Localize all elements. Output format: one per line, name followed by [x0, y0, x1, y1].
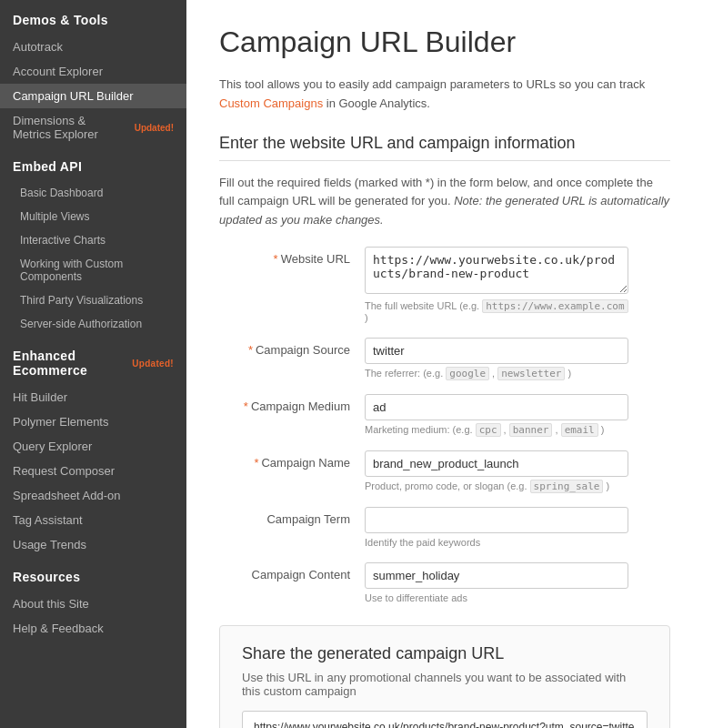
- sidebar-item-query-explorer[interactable]: Query Explorer: [0, 434, 186, 459]
- label-website-url: *Website URL: [219, 247, 365, 266]
- sidebar-item-custom-components[interactable]: Working with Custom Components: [0, 252, 186, 288]
- form-instructions: Fill out the required fields (marked wit…: [219, 174, 670, 230]
- field-row-website-url: *Website URL https://www.yourwebsite.co.…: [219, 247, 670, 323]
- campaign-medium-input[interactable]: [365, 394, 628, 420]
- dimensions-label: Dimensions & Metrics Explorer: [13, 114, 127, 141]
- sidebar-item-account-explorer[interactable]: Account Explorer: [0, 59, 186, 84]
- label-campaign-medium: *Campaign Medium: [219, 394, 365, 413]
- ecommerce-title: Enhanced Ecommerce: [13, 349, 123, 378]
- required-star-name: *: [254, 456, 258, 470]
- label-campaign-content: Campaign Content: [219, 562, 365, 581]
- field-row-campaign-name: *Campaign Name Product, promo code, or s…: [219, 450, 670, 492]
- hint-source: The referrer: (e.g. google , newsletter …: [365, 368, 628, 379]
- field-row-campaign-medium: *Campaign Medium Marketing medium: (e.g.…: [219, 394, 670, 436]
- required-star: *: [274, 252, 278, 266]
- campaign-source-input[interactable]: [365, 338, 628, 364]
- sidebar-item-campaign-url-builder[interactable]: Campaign URL Builder: [0, 84, 186, 108]
- hint-name: Product, promo code, or slogan (e.g. spr…: [365, 480, 628, 492]
- sidebar-section-ecommerce: Enhanced Ecommerce Updated!: [0, 336, 186, 385]
- sidebar-item-third-party[interactable]: Third Party Visualizations: [0, 288, 186, 312]
- field-row-campaign-term: Campaign Term Identify the paid keywords: [219, 507, 670, 548]
- input-col-campaign-source: The referrer: (e.g. google , newsletter …: [365, 338, 670, 379]
- sidebar-item-request-composer[interactable]: Request Composer: [0, 459, 186, 483]
- website-url-input[interactable]: https://www.yourwebsite.co.uk/products/b…: [365, 247, 628, 294]
- sidebar-item-interactive-charts[interactable]: Interactive Charts: [0, 228, 186, 252]
- sidebar-section-embed: Embed API: [0, 147, 186, 181]
- sidebar-item-multiple-views[interactable]: Multiple Views: [0, 205, 186, 228]
- section-heading: Enter the website URL and campaign infor…: [219, 134, 670, 161]
- field-row-campaign-content: Campaign Content Use to differentiate ad…: [219, 562, 670, 603]
- campaign-term-input[interactable]: [365, 507, 628, 533]
- campaign-content-input[interactable]: [365, 562, 628, 589]
- sidebar-item-autotrack[interactable]: Autotrack: [0, 35, 186, 59]
- custom-campaigns-link[interactable]: Custom Campaigns: [219, 96, 323, 110]
- required-star-medium: *: [244, 399, 248, 413]
- share-box: Share the generated campaign URL Use thi…: [219, 625, 670, 728]
- input-col-campaign-medium: Marketing medium: (e.g. cpc , banner , e…: [365, 394, 670, 436]
- ecommerce-updated-badge: Updated!: [132, 359, 174, 369]
- generated-url: https://www.yourwebsite.co.uk/products/b…: [242, 711, 648, 728]
- sidebar-item-polymer[interactable]: Polymer Elements: [0, 410, 186, 434]
- sidebar-item-about[interactable]: About this Site: [0, 592, 186, 616]
- sidebar-item-help[interactable]: Help & Feedback: [0, 616, 186, 641]
- hint-content: Use to differentiate ads: [365, 592, 628, 603]
- updated-badge: Updated!: [135, 123, 174, 133]
- intro-text-2: in Google Analytics.: [323, 96, 430, 110]
- sidebar-section-resources: Resources: [0, 557, 186, 592]
- share-description: Use this URL in any promotional channels…: [242, 671, 648, 698]
- required-star-source: *: [248, 343, 253, 357]
- hint-medium: Marketing medium: (e.g. cpc , banner , e…: [365, 424, 628, 436]
- page-title: Campaign URL Builder: [219, 25, 670, 59]
- input-col-campaign-content: Use to differentiate ads: [365, 562, 670, 603]
- sidebar: Demos & Tools Autotrack Account Explorer…: [0, 0, 186, 728]
- main-content: Campaign URL Builder This tool allows yo…: [186, 0, 703, 728]
- field-row-campaign-source: *Campaign Source The referrer: (e.g. goo…: [219, 338, 670, 379]
- hint-term: Identify the paid keywords: [365, 537, 628, 548]
- sidebar-item-spreadsheet[interactable]: Spreadsheet Add-on: [0, 483, 186, 508]
- intro-text-1: This tool allows you to easily add campa…: [219, 77, 645, 91]
- label-campaign-name: *Campaign Name: [219, 450, 365, 470]
- label-campaign-source: *Campaign Source: [219, 338, 365, 357]
- campaign-name-input[interactable]: [365, 450, 628, 477]
- sidebar-item-server-auth[interactable]: Server-side Authorization: [0, 312, 186, 336]
- intro-text: This tool allows you to easily add campa…: [219, 76, 670, 114]
- input-col-campaign-name: Product, promo code, or slogan (e.g. spr…: [365, 450, 670, 492]
- share-heading: Share the generated campaign URL: [242, 644, 648, 663]
- sidebar-item-usage-trends[interactable]: Usage Trends: [0, 532, 186, 557]
- sidebar-section-demos: Demos & Tools: [0, 0, 186, 35]
- input-col-campaign-term: Identify the paid keywords: [365, 507, 670, 548]
- sidebar-item-basic-dashboard[interactable]: Basic Dashboard: [0, 181, 186, 205]
- sidebar-item-tag-assistant[interactable]: Tag Assistant: [0, 508, 186, 532]
- input-col-website-url: https://www.yourwebsite.co.uk/products/b…: [365, 247, 670, 323]
- sidebar-item-hit-builder[interactable]: Hit Builder: [0, 385, 186, 410]
- sidebar-item-dimensions[interactable]: Dimensions & Metrics Explorer Updated!: [0, 108, 186, 147]
- hint-website-url: The full website URL (e.g. https://www.e…: [365, 300, 628, 323]
- label-campaign-term: Campaign Term: [219, 507, 365, 526]
